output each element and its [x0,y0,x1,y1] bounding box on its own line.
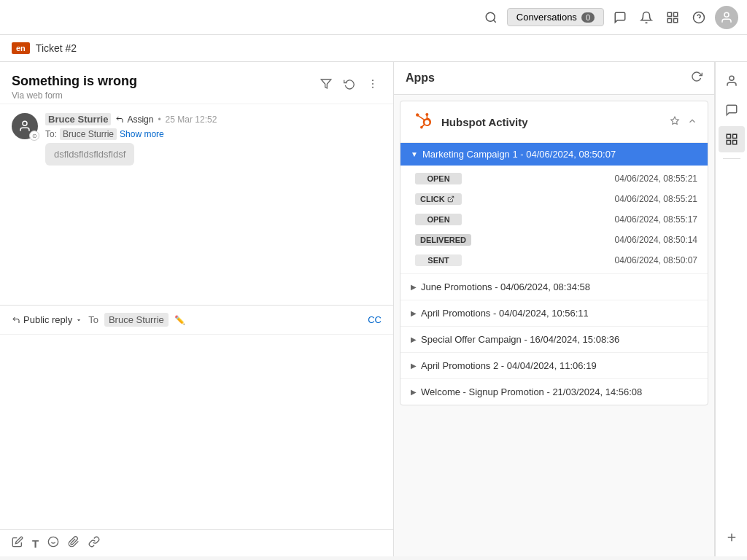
edit-icon[interactable] [12,536,23,551]
svg-rect-19 [732,134,736,138]
add-icon[interactable] [719,524,745,551]
campaign-item-4[interactable]: ▶ April Promotions 2 - 04/04/2024, 11:06… [400,352,708,378]
ticket-tag: en [12,42,30,54]
event-badge-sent: SENT [415,254,462,266]
separator: • [158,114,160,125]
apps-title: Apps [406,71,435,85]
campaign-name-4: April Promotions 2 - 04/04/2024, 11:06:1… [421,360,597,371]
svg-rect-3 [667,18,671,22]
search-icon[interactable] [481,7,501,28]
apps-header: Apps [394,62,714,95]
help-icon[interactable] [689,7,709,28]
svg-point-7 [724,12,729,17]
svg-marker-8 [321,79,330,88]
campaign-item-2[interactable]: ▶ April Promotions - 04/04/2024, 10:56:1… [400,300,708,326]
svg-point-12 [23,121,27,125]
svg-rect-20 [727,141,730,144]
event-badge-open-2: OPEN [415,214,462,225]
more-options-icon[interactable] [364,77,382,94]
left-panel: Something is wrong Via web form [0,62,394,556]
user-avatar[interactable] [715,6,738,29]
svg-rect-18 [727,134,730,138]
svg-point-11 [372,87,374,88]
icon-divider [723,158,740,159]
conversation-source: Via web form [12,90,137,101]
assign-button[interactable]: Assign [115,114,153,125]
conversations-label: Conversations [516,12,577,23]
show-more-button[interactable]: Show more [120,129,164,139]
event-list: OPEN 04/06/2024, 08:55:21 CLICK 04/06/20… [400,166,708,273]
history-icon[interactable] [341,77,358,94]
to-label: To: [45,129,57,139]
bell-icon[interactable] [636,7,657,28]
svg-point-10 [372,83,374,85]
compose-area[interactable] [0,334,393,529]
event-time-5: 04/06/2024, 08:50:07 [615,255,697,265]
grid-icon[interactable] [662,7,683,28]
event-time-3: 04/06/2024, 08:55:17 [615,214,697,225]
refresh-icon[interactable] [691,71,703,85]
event-badge-delivered: DELIVERED [415,234,471,246]
ticket-header: en Ticket #2 [0,35,747,62]
event-time-1: 04/06/2024, 08:55:21 [615,174,697,184]
message-content: Bruce Sturrie Assign • 25 Mar 12:52 To: … [45,113,382,166]
event-row-5: SENT 04/06/2024, 08:50:07 [400,250,708,271]
assign-label: Assign [127,114,153,125]
event-row-4: DELIVERED 04/06/2024, 08:50:14 [400,230,708,250]
campaign-item-1[interactable]: ▶ June Promotions - 04/06/2024, 08:34:58 [400,273,708,300]
comment-icon[interactable] [719,97,745,123]
main-layout: Something is wrong Via web form [0,62,747,556]
event-row-3: OPEN 04/06/2024, 08:55:17 [400,209,708,230]
svg-rect-2 [674,12,678,16]
reply-to-address: Bruce Sturrie [104,313,169,327]
emoji-icon[interactable] [47,536,59,551]
to-address: Bruce Sturrie [60,128,117,140]
reply-type-button[interactable]: Public reply [12,314,82,325]
hubspot-title: Hubspot Activity [441,116,662,128]
svg-point-13 [49,537,58,546]
campaign-name-5: Welcome - Signup Promotion - 21/03/2024,… [421,386,642,397]
filter-icon[interactable] [317,77,335,94]
reply-type-label: Public reply [23,314,72,325]
ticket-number: Ticket #2 [36,42,77,54]
conversation-area: ⊙ Bruce Sturrie Assign • 25 Mar 12:52 To… [0,104,393,305]
attachment-icon[interactable] [68,536,80,551]
event-badge-click: CLICK [415,193,462,205]
campaign-name-1: June Promotions - 04/06/2024, 08:34:58 [421,281,590,292]
svg-rect-4 [674,18,678,22]
chat-icon[interactable] [610,7,630,28]
event-row-2: CLICK 04/06/2024, 08:55:21 [400,189,708,209]
svg-point-0 [486,12,495,21]
active-campaign[interactable]: ▼ Marketing Campaign 1 - 04/06/2024, 08:… [400,143,708,166]
svg-rect-21 [732,141,736,144]
person-icon[interactable] [719,68,745,94]
pin-icon[interactable] [670,116,680,128]
edit-address-icon[interactable]: ✏️ [174,315,185,325]
campaign-name-3: Special Offer Campaign - 16/04/2024, 15:… [421,334,619,345]
hubspot-header: Hubspot Activity [400,101,708,143]
conversations-badge: 0 [581,12,595,23]
campaign-item-5[interactable]: ▶ Welcome - Signup Promotion - 21/03/202… [400,378,708,405]
text-format-icon[interactable]: T [32,537,39,550]
campaign-name-2: April Promotions - 04/04/2024, 10:56:11 [421,308,589,319]
hubspot-logo [411,110,434,133]
conversations-button[interactable]: Conversations 0 [507,8,604,26]
campaign-item-3[interactable]: ▶ Special Offer Campaign - 16/04/2024, 1… [400,326,708,352]
reply-bar: Public reply To Bruce Sturrie ✏️ CC [0,305,393,334]
message-row: ⊙ Bruce Sturrie Assign • 25 Mar 12:52 To… [12,113,382,166]
svg-point-17 [729,76,734,80]
event-time-4: 04/06/2024, 08:50:14 [615,235,697,245]
link-icon[interactable] [88,536,100,551]
collapse-icon[interactable] [687,116,697,128]
conversation-title: Something is wrong [12,74,137,89]
expand-arrow: ▼ [411,150,418,158]
cc-button[interactable]: CC [368,314,382,325]
bottom-toolbar: T [0,529,393,556]
svg-rect-1 [667,12,671,16]
sender-name: Bruce Sturrie [45,113,111,125]
apps-grid-icon[interactable] [719,126,745,152]
active-campaign-name: Marketing Campaign 1 - 04/06/2024, 08:50… [422,149,616,160]
avatar-badge: ⊙ [29,131,39,141]
message-to: To: Bruce Sturrie Show more [45,128,382,140]
side-icon-bar [715,62,747,556]
